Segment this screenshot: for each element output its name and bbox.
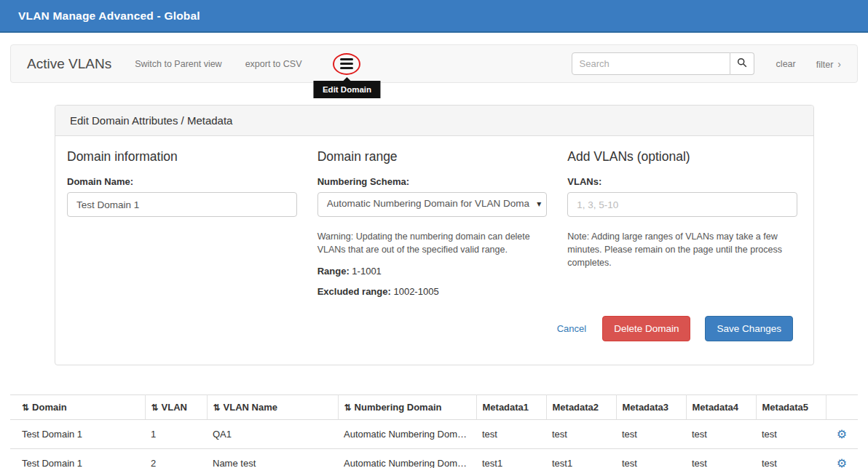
excluded-range-label: Excluded range: — [317, 286, 391, 297]
table-row: Test Domain 1 1 QA1 Automatic Numbering … — [10, 420, 858, 449]
add-vlans-heading: Add VLANs (optional) — [567, 149, 797, 164]
cell-domain: Test Domain 1 — [10, 449, 145, 468]
col-header-domain[interactable]: ⇅Domain — [10, 395, 145, 420]
cell-numbering-domain: Automatic Numbering Doma… — [338, 420, 476, 449]
range-label: Range: — [317, 266, 350, 277]
domain-information-heading: Domain information — [67, 149, 297, 164]
hamburger-icon — [340, 58, 353, 69]
toolbar: Active VLANs Switch to Parent view expor… — [10, 44, 858, 83]
add-vlans-section: Add VLANs (optional) VLANs: Note: Adding… — [567, 149, 797, 297]
numbering-warning-text: Warning: Updating the numbering domain c… — [317, 230, 548, 256]
caret-down-icon: ▾ — [537, 199, 541, 209]
delete-domain-button[interactable]: Delete Domain — [602, 316, 690, 341]
cell-vlan: 1 — [145, 420, 207, 449]
switch-parent-view-link[interactable]: Switch to Parent view — [135, 59, 222, 69]
cell-metadata2: test1 — [546, 449, 616, 468]
sort-icon: ⇅ — [22, 402, 29, 413]
cell-vlan-name: QA1 — [207, 420, 338, 449]
cell-metadata4: test — [686, 420, 756, 449]
search-input[interactable] — [572, 52, 730, 75]
page: VLAN Manage Advanced - Global Active VLA… — [0, 0, 868, 468]
cell-vlan-name: Name test — [207, 449, 338, 468]
col-header-metadata2: Metadata2 — [546, 395, 616, 420]
cell-numbering-domain: Automatic Numbering Doma… — [338, 449, 476, 468]
edit-domain-panel: Edit Domain Attributes / Metadata Domain… — [55, 105, 814, 365]
col-header-metadata4: Metadata4 — [686, 395, 756, 420]
cancel-button[interactable]: Cancel — [557, 323, 586, 334]
range-value: 1-1001 — [352, 266, 381, 277]
domain-range-heading: Domain range — [317, 149, 548, 164]
excluded-range-line: Excluded range: 1002-1005 — [317, 286, 548, 297]
search-group — [572, 52, 754, 75]
table-header-row: ⇅Domain ⇅VLAN ⇅VLAN Name ⇅Numbering Doma… — [10, 395, 858, 420]
domain-range-section: Domain range Numbering Schema: Automatic… — [317, 149, 548, 297]
numbering-schema-select[interactable]: Automatic Numbering Domain for VLAN Doma… — [317, 192, 548, 217]
col-header-vlan[interactable]: ⇅VLAN — [145, 395, 207, 420]
clear-link[interactable]: clear — [776, 59, 796, 69]
numbering-schema-value: Automatic Numbering Domain for VLAN Doma — [327, 198, 531, 209]
gear-icon[interactable]: ⚙ — [837, 457, 847, 468]
filter-link[interactable]: filter› — [816, 58, 841, 70]
table-row: Test Domain 1 2 Name test Automatic Numb… — [10, 449, 858, 468]
cell-vlan: 2 — [145, 449, 207, 468]
sort-icon: ⇅ — [344, 402, 352, 413]
domain-name-input[interactable] — [67, 192, 297, 217]
col-header-vlan-name[interactable]: ⇅VLAN Name — [207, 395, 338, 420]
col-header-metadata3: Metadata3 — [616, 395, 686, 420]
app-header: VLAN Manage Advanced - Global — [0, 0, 868, 33]
cell-domain: Test Domain 1 — [10, 420, 145, 449]
search-icon — [737, 57, 747, 71]
cell-metadata1: test — [476, 420, 546, 449]
domain-information-section: Domain information Domain Name: — [67, 149, 297, 297]
numbering-schema-label: Numbering Schema: — [317, 176, 548, 187]
gear-icon[interactable]: ⚙ — [837, 428, 847, 440]
col-header-metadata1: Metadata1 — [476, 395, 546, 420]
page-title: VLAN Manage Advanced - Global — [18, 9, 200, 23]
range-line: Range: 1-1001 — [317, 266, 548, 277]
export-csv-link[interactable]: export to CSV — [245, 59, 302, 69]
sort-icon: ⇅ — [213, 402, 221, 413]
cell-metadata3: test — [616, 449, 686, 468]
col-header-numbering-domain[interactable]: ⇅Numbering Domain — [338, 395, 476, 420]
sort-icon: ⇅ — [151, 402, 159, 413]
active-vlans-heading: Active VLANs — [27, 56, 111, 72]
vlans-input[interactable] — [567, 192, 797, 217]
panel-title: Edit Domain Attributes / Metadata — [55, 106, 813, 136]
save-changes-button[interactable]: Save Changes — [705, 316, 793, 341]
cell-metadata5: test — [756, 449, 826, 468]
col-header-metadata5: Metadata5 — [756, 395, 826, 420]
cell-metadata5: test — [756, 420, 826, 449]
vlan-table: ⇅Domain ⇅VLAN ⇅VLAN Name ⇅Numbering Doma… — [10, 394, 858, 468]
cell-metadata4: test — [686, 449, 756, 468]
edit-domain-menu-button[interactable]: Edit Domain — [334, 53, 360, 75]
edit-domain-tooltip: Edit Domain — [314, 81, 380, 98]
cell-metadata1: test1 — [476, 449, 546, 468]
search-button[interactable] — [730, 52, 754, 75]
cell-metadata3: test — [616, 420, 686, 449]
chevron-right-icon: › — [837, 58, 841, 70]
vlans-label: VLANs: — [567, 176, 797, 187]
cell-metadata2: test — [546, 420, 616, 449]
vlans-note-text: Note: Adding large ranges of VLANs may t… — [567, 230, 797, 269]
domain-name-label: Domain Name: — [67, 176, 297, 187]
excluded-range-value: 1002-1005 — [393, 286, 438, 297]
panel-actions: Cancel Delete Domain Save Changes — [67, 316, 797, 341]
col-header-actions — [826, 395, 858, 420]
